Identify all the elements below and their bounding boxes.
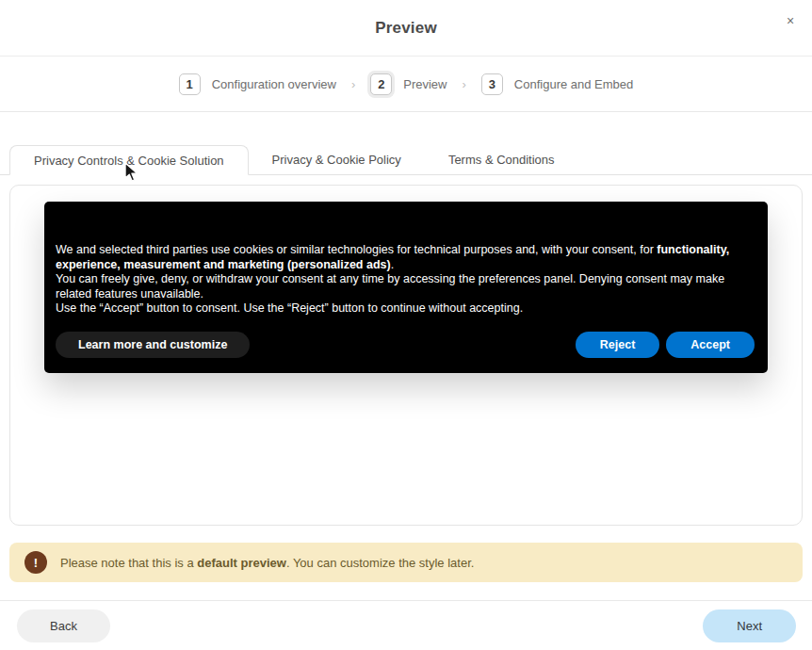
next-button[interactable]: Next: [703, 609, 796, 642]
note-text-bold: default preview: [197, 556, 286, 570]
accept-button[interactable]: Accept: [666, 332, 755, 358]
preview-tabs: Privacy Controls & Cookie Solution Priva…: [0, 145, 812, 175]
tab-terms-conditions[interactable]: Terms & Conditions: [425, 145, 578, 174]
banner-text-segment: .: [391, 258, 394, 271]
note-text-segment: . You can customize the style later.: [286, 556, 474, 570]
step-preview[interactable]: 2 Preview: [370, 73, 447, 95]
modal-header: Preview ×: [0, 0, 812, 57]
back-button[interactable]: Back: [17, 609, 110, 642]
exclamation-icon: !: [24, 551, 47, 574]
default-preview-note: ! Please note that this is a default pre…: [9, 543, 803, 582]
learn-more-and-customize-button[interactable]: Learn more and customize: [56, 332, 250, 358]
banner-text-segment: Use the “Accept” button to consent. Use …: [56, 301, 523, 315]
chevron-right-icon: ›: [461, 77, 468, 91]
reject-button[interactable]: Reject: [576, 332, 660, 358]
tab-privacy-controls-cookie-solution[interactable]: Privacy Controls & Cookie Solution: [9, 145, 249, 175]
consent-buttons-group: Reject Accept: [576, 332, 755, 358]
preview-panel: We and selected third parties use cookie…: [9, 185, 803, 526]
step-3-label: Configure and Embed: [514, 77, 633, 91]
chevron-right-icon: ›: [349, 77, 357, 91]
step-3-number: 3: [481, 73, 503, 95]
wizard-stepper: 1 Configuration overview › 2 Preview › 3…: [0, 57, 812, 112]
step-2-label: Preview: [403, 77, 447, 91]
cookie-banner-text: We and selected third parties use cookie…: [56, 243, 756, 317]
cookie-banner-actions: Learn more and customize Reject Accept: [56, 332, 756, 358]
step-1-number: 1: [179, 73, 201, 95]
step-configure-and-embed[interactable]: 3 Configure and Embed: [481, 73, 633, 95]
banner-text-segment: You can freely give, deny, or withdraw y…: [56, 272, 724, 301]
page-title: Preview: [375, 19, 437, 38]
banner-text-segment: We and selected third parties use cookie…: [56, 243, 657, 256]
cookie-consent-banner: We and selected third parties use cookie…: [44, 202, 768, 373]
close-icon[interactable]: ×: [782, 12, 799, 29]
note-text: Please note that this is a default previ…: [60, 556, 474, 570]
note-text-segment: Please note that this is a: [60, 556, 197, 570]
step-configuration-overview[interactable]: 1 Configuration overview: [179, 73, 336, 95]
modal-footer: Back Next: [0, 600, 812, 650]
step-2-number: 2: [370, 73, 392, 95]
tab-privacy-cookie-policy[interactable]: Privacy & Cookie Policy: [249, 145, 425, 174]
step-1-label: Configuration overview: [212, 77, 336, 91]
